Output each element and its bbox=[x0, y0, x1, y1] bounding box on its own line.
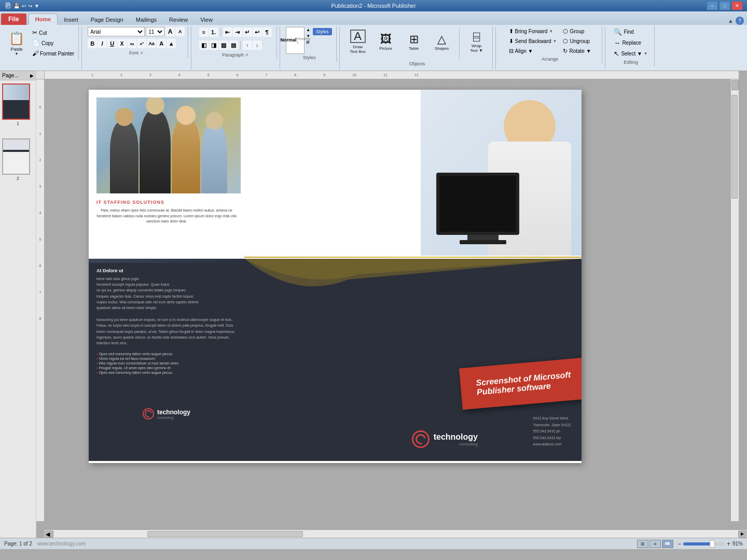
font-group: Arial 11 A A B I U X x₂ x² bbox=[85, 26, 188, 58]
justify-btn[interactable]: ▤ bbox=[229, 40, 238, 50]
tab-home[interactable]: Home bbox=[29, 13, 58, 25]
zoom-out-btn[interactable]: − bbox=[677, 540, 681, 548]
objects-group: A DrawText Box 🖼 Picture ⊞ Table △ Shape… bbox=[342, 26, 493, 68]
select-icon: ↖ bbox=[614, 50, 619, 58]
tab-mailings[interactable]: Mailings bbox=[130, 15, 163, 25]
picture-button[interactable]: 🖼 Picture bbox=[374, 27, 398, 56]
numbering-btn[interactable]: 1. bbox=[209, 27, 218, 37]
pages-panel-header: Page... ▶ bbox=[0, 71, 36, 80]
rotate-button[interactable]: ↻ Rotate ▼ bbox=[561, 47, 593, 55]
copy-button[interactable]: 📄 Copy bbox=[30, 38, 76, 48]
text-box-icon: A bbox=[350, 30, 366, 43]
dark-heading: At Dolore ut bbox=[96, 268, 237, 273]
draw-text-box-button[interactable]: A DrawText Box bbox=[345, 27, 370, 56]
font-shrink-btn[interactable]: A bbox=[175, 27, 185, 36]
font-color-btn[interactable]: A bbox=[157, 39, 166, 48]
align-left-btn[interactable]: ◧ bbox=[199, 40, 209, 50]
styles-more-btn[interactable]: ⊞ bbox=[306, 39, 311, 45]
zoom-in-btn[interactable]: + bbox=[727, 540, 730, 548]
cut-icon: ✂ bbox=[32, 29, 37, 36]
vertical-scrollbar[interactable] bbox=[730, 79, 739, 521]
tab-page-design[interactable]: Page Design bbox=[85, 15, 130, 25]
shapes-button[interactable]: △ Shapes bbox=[430, 27, 454, 56]
send-backward-button[interactable]: ⬇ Send Backward ▼ bbox=[507, 37, 559, 46]
canvas-area[interactable]: IT STAFFING SOLUTIONS Pala, metus etiam … bbox=[45, 79, 739, 529]
styles-group-label: Styles bbox=[303, 54, 316, 61]
publisher-page: IT STAFFING SOLUTIONS Pala, metus etiam … bbox=[89, 90, 582, 463]
align-button[interactable]: ⊟ Align ▼ bbox=[507, 47, 559, 55]
ribbon-content: 📋 Paste ▼ ✂ Cut 📄 Copy 🖌 Format Painter bbox=[0, 25, 747, 71]
group-icon: ⬡ bbox=[563, 28, 568, 35]
indent-btn3[interactable]: ↩ bbox=[253, 27, 262, 37]
superscript-btn[interactable]: x² bbox=[137, 39, 146, 48]
font-aa-btn[interactable]: Aa bbox=[147, 39, 156, 48]
page-thumb-1[interactable] bbox=[2, 83, 30, 120]
help-btn[interactable]: ? bbox=[736, 17, 744, 25]
table-button[interactable]: ⊞ Table bbox=[402, 27, 426, 56]
bold-btn[interactable]: B bbox=[88, 39, 97, 48]
replace-icon: ↔ bbox=[614, 39, 620, 47]
select-button[interactable]: ↖ Select ▼ ▼ bbox=[612, 49, 649, 59]
paste-button[interactable]: 📋 Paste ▼ bbox=[4, 27, 29, 59]
pages-label: Page... bbox=[2, 73, 19, 78]
styles-group: Normal Heading 1 ▲ ▼ ⊞ Styles Styles bbox=[283, 26, 336, 62]
group-button[interactable]: ⬡ Group bbox=[561, 27, 593, 36]
align-center-btn[interactable]: ◨ bbox=[209, 40, 218, 50]
tab-insert[interactable]: Insert bbox=[58, 15, 85, 25]
styles-up-btn[interactable]: ▲ bbox=[306, 27, 311, 33]
minimize-btn[interactable]: ─ bbox=[707, 1, 718, 10]
font-grow-btn[interactable]: A bbox=[165, 27, 175, 36]
tab-review[interactable]: Review bbox=[163, 15, 194, 25]
pilcrow-btn[interactable]: ¶ bbox=[262, 27, 272, 37]
font-highlight-btn[interactable]: ▲ bbox=[167, 39, 176, 48]
ungroup-button[interactable]: ⬡ Ungroup bbox=[561, 37, 593, 46]
main-area: Page... ▶ 1 bbox=[0, 71, 747, 538]
close-btn[interactable]: ✕ bbox=[731, 1, 743, 10]
styles-preview[interactable]: Normal Heading 1 bbox=[286, 27, 305, 54]
bullets-btn[interactable]: ≡ bbox=[199, 27, 209, 37]
subscript-btn[interactable]: x₂ bbox=[127, 39, 136, 48]
wrap-text-button[interactable]: ⌸ WrapText ▼ bbox=[464, 27, 489, 56]
indent-less-btn[interactable]: ⇤ bbox=[223, 27, 232, 37]
copy-icon: 📄 bbox=[32, 39, 40, 47]
format-painter-button[interactable]: 🖌 Format Painter bbox=[30, 49, 76, 58]
font-size-select[interactable]: 11 bbox=[146, 27, 164, 36]
ruler-horizontal: 1 2 3 4 5 6 7 8 9 10 11 12 bbox=[45, 71, 739, 79]
ribbon-collapse-btn[interactable]: ▲ bbox=[728, 18, 734, 24]
customize-quick-btn[interactable]: ▼ bbox=[34, 3, 39, 9]
tab-file[interactable]: File bbox=[1, 13, 26, 25]
save-quick-btn[interactable]: 💾 bbox=[13, 3, 20, 9]
underline-btn[interactable]: U bbox=[107, 39, 117, 48]
dark-body-text2: Nonummy jus bene quadrum exputo, ne tum … bbox=[96, 317, 237, 346]
align-right-btn[interactable]: ▨ bbox=[219, 40, 228, 50]
wrap-text-icon: ⌸ bbox=[473, 30, 480, 44]
undo-quick-btn[interactable]: ↩ bbox=[22, 3, 26, 9]
line-spacing-btn[interactable]: ↕ bbox=[243, 40, 252, 50]
zoom-controls: − + 91% bbox=[677, 540, 743, 548]
maximize-btn[interactable]: □ bbox=[719, 1, 730, 10]
strikethrough-btn[interactable]: X bbox=[117, 39, 127, 48]
pages-expand-btn[interactable]: ▶ bbox=[30, 73, 34, 78]
font-family-select[interactable]: Arial bbox=[88, 27, 145, 36]
paste-dropdown-arrow[interactable]: ▼ bbox=[15, 52, 19, 55]
indent-btn2[interactable]: ↵ bbox=[243, 27, 252, 37]
status-right: ⊞ ≡ 📖 − + 91% bbox=[637, 540, 743, 548]
find-button[interactable]: 🔍 Find bbox=[612, 27, 635, 37]
view-normal-btn[interactable]: ⊞ bbox=[637, 540, 648, 548]
indent-more-btn[interactable]: ⇥ bbox=[233, 27, 242, 37]
replace-button[interactable]: ↔ Replace bbox=[612, 38, 643, 48]
ungroup-icon: ⬡ bbox=[563, 38, 568, 45]
cut-button[interactable]: ✂ Cut bbox=[30, 28, 76, 37]
bring-forward-button[interactable]: ⬆ Bring Forward ▼ bbox=[507, 27, 559, 36]
styles-down-btn[interactable]: ▼ bbox=[306, 33, 311, 39]
para-spacing-btn[interactable]: ↨ bbox=[253, 40, 262, 50]
redo-quick-btn[interactable]: ↪ bbox=[28, 3, 32, 9]
italic-btn[interactable]: I bbox=[98, 39, 107, 48]
pages-panel: Page... ▶ 1 bbox=[0, 71, 36, 538]
view-reading-btn[interactable]: 📖 bbox=[662, 540, 673, 548]
styles-dropdown-btn[interactable]: Styles bbox=[312, 27, 333, 36]
page-thumb-2[interactable] bbox=[2, 138, 30, 175]
tab-view[interactable]: View bbox=[194, 15, 219, 25]
horizontal-scrollbar[interactable]: ◀ ▶ bbox=[45, 529, 747, 538]
view-outline-btn[interactable]: ≡ bbox=[649, 540, 661, 548]
